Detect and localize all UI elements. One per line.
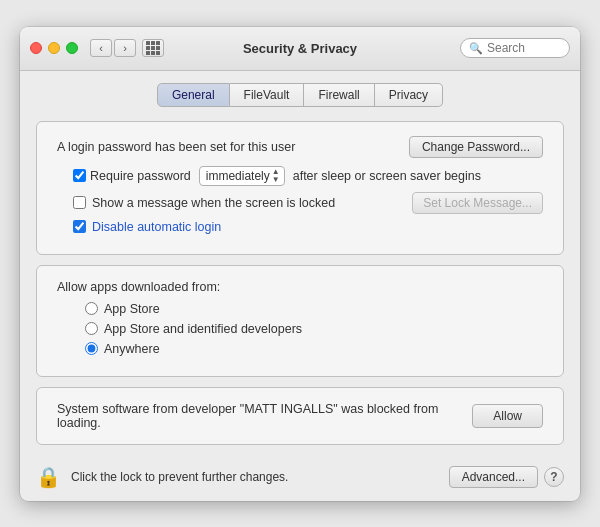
blocked-section: System software from developer "MATT ING… (57, 402, 543, 430)
anywhere-radio[interactable] (85, 342, 98, 355)
disable-login-label: Disable automatic login (92, 220, 221, 234)
set-lock-message-button[interactable]: Set Lock Message... (412, 192, 543, 214)
anywhere-option: Anywhere (57, 342, 543, 356)
nav-buttons: ‹ › (90, 39, 136, 57)
blocked-text: System software from developer "MATT ING… (57, 402, 458, 430)
forward-icon: › (123, 42, 127, 54)
maximize-button[interactable] (66, 42, 78, 54)
footer-actions: Advanced... ? (449, 466, 564, 488)
close-button[interactable] (30, 42, 42, 54)
advanced-button[interactable]: Advanced... (449, 466, 538, 488)
app-store-radio[interactable] (85, 302, 98, 315)
require-password-row: Require password immediately ▲▼ after sl… (57, 166, 543, 186)
app-store-label: App Store (104, 302, 160, 316)
content-area: General FileVault Firewall Privacy A log… (20, 71, 580, 445)
show-message-checkbox[interactable] (73, 196, 86, 209)
allow-button[interactable]: Allow (472, 404, 543, 428)
app-store-devs-option: App Store and identified developers (57, 322, 543, 336)
titlebar: ‹ › Security & Privacy 🔍 (20, 27, 580, 71)
disable-login-row: Disable automatic login (57, 220, 543, 234)
back-icon: ‹ (99, 42, 103, 54)
tab-general[interactable]: General (157, 83, 230, 107)
after-sleep-text: after sleep or screen saver begins (293, 169, 481, 183)
forward-button[interactable]: › (114, 39, 136, 57)
search-input[interactable] (487, 41, 567, 55)
traffic-lights (30, 42, 78, 54)
login-password-row: A login password has been set for this u… (57, 136, 543, 158)
search-icon: 🔍 (469, 42, 483, 55)
lock-icon[interactable]: 🔒 (36, 465, 61, 489)
show-message-label: Show a message when the screen is locked (92, 196, 335, 210)
help-button[interactable]: ? (544, 467, 564, 487)
password-timing-value: immediately (206, 169, 270, 183)
login-password-text: A login password has been set for this u… (57, 140, 295, 154)
tab-filevault[interactable]: FileVault (230, 83, 305, 107)
dropdown-arrows-icon: ▲▼ (272, 168, 280, 184)
window-title: Security & Privacy (243, 41, 357, 56)
lock-status-text: Click the lock to prevent further change… (71, 470, 288, 484)
app-store-devs-label: App Store and identified developers (104, 322, 302, 336)
footer: 🔒 Click the lock to prevent further chan… (20, 455, 580, 501)
back-button[interactable]: ‹ (90, 39, 112, 57)
show-message-row: Show a message when the screen is locked… (57, 192, 543, 214)
anywhere-label: Anywhere (104, 342, 160, 356)
main-window: ‹ › Security & Privacy 🔍 General FileVau… (20, 27, 580, 501)
disable-login-checkbox[interactable] (73, 220, 86, 233)
minimize-button[interactable] (48, 42, 60, 54)
app-store-devs-radio[interactable] (85, 322, 98, 335)
app-store-option: App Store (57, 302, 543, 316)
require-password-label: Require password (90, 169, 191, 183)
password-timing-dropdown[interactable]: immediately ▲▼ (199, 166, 285, 186)
password-panel: A login password has been set for this u… (36, 121, 564, 255)
grid-button[interactable] (142, 39, 164, 57)
grid-icon (146, 41, 160, 55)
allow-apps-label: Allow apps downloaded from: (57, 280, 543, 294)
tab-bar: General FileVault Firewall Privacy (36, 83, 564, 107)
change-password-button[interactable]: Change Password... (409, 136, 543, 158)
require-password-checkbox[interactable] (73, 169, 86, 182)
tab-privacy[interactable]: Privacy (375, 83, 443, 107)
tab-firewall[interactable]: Firewall (304, 83, 374, 107)
search-box[interactable]: 🔍 (460, 38, 570, 58)
allow-apps-panel: Allow apps downloaded from: App Store Ap… (36, 265, 564, 377)
blocked-software-panel: System software from developer "MATT ING… (36, 387, 564, 445)
